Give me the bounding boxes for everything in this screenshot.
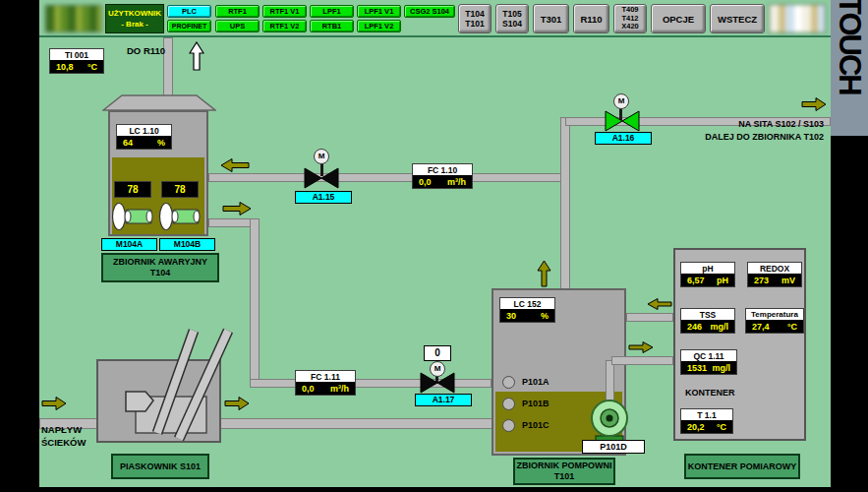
valve-label-a117[interactable]: A1.17 — [415, 394, 472, 406]
instrument-value: 6,57 — [687, 275, 705, 286]
mixer-a-speed-value: 78 — [114, 181, 151, 198]
flow-arrow-left-icon — [647, 298, 672, 310]
instrument-tag: TI 001 — [50, 49, 103, 61]
status-button-rtb1[interactable]: RTB1 — [310, 20, 354, 32]
instrument-ti001[interactable]: TI 001 10,8°C — [49, 48, 104, 74]
status-button-csg2[interactable]: CSG2 S104 — [404, 5, 455, 18]
instrument-tag: TSS — [681, 309, 734, 321]
pump-p101c-label: P101C — [522, 420, 550, 430]
instrument-value: 246 — [687, 321, 702, 333]
nav-button-opcje[interactable]: OPCJE — [651, 4, 706, 33]
pump-p101b-indicator[interactable] — [502, 398, 515, 410]
instrument-unit: m³/h — [330, 383, 349, 395]
instrument-unit: °C — [87, 61, 97, 73]
pump-p101d-icon[interactable] — [588, 392, 631, 445]
tank-t104-label: ZBIORNIK AWARYJNY T104 — [101, 253, 219, 282]
nav-button-t301[interactable]: T301 — [533, 4, 569, 33]
instrument-unit: pH — [717, 275, 728, 286]
valve-a117-setpoint[interactable]: 0 — [424, 345, 451, 361]
nav-button-t105-s104[interactable]: T105 S104 — [495, 4, 529, 33]
pump-p101a-indicator[interactable] — [502, 376, 515, 389]
nav-button-t409-t412-x420[interactable]: T409 T412 X420 — [613, 4, 647, 33]
instrument-tag: REDOX — [748, 263, 801, 275]
instrument-value: 64 — [123, 137, 133, 149]
status-button-profinet[interactable]: PROFINET — [167, 20, 211, 32]
status-button-ups[interactable]: UPS — [215, 20, 260, 32]
instrument-tag: FC 1.11 — [296, 371, 355, 383]
flow-arrow-left-icon — [220, 158, 250, 172]
pump-label-p101d[interactable]: P101D — [582, 440, 645, 454]
nav-button-t104-t101[interactable]: T104 T101 — [458, 4, 492, 33]
instrument-tss[interactable]: TSS 246mg/l — [680, 308, 735, 334]
instrument-value: 27,4 — [752, 321, 770, 333]
instrument-value: 10,8 — [56, 61, 74, 73]
tank-t104-roof — [102, 94, 216, 111]
logo-blurred-left — [45, 5, 102, 32]
motor-label-m104b[interactable]: M104B — [159, 238, 215, 251]
sand-trap-label: PIASKOWNIK S101 — [111, 454, 209, 479]
instrument-unit: °C — [787, 321, 797, 333]
status-button-rtf1v1[interactable]: RTF1 V1 — [262, 5, 307, 18]
instrument-unit: % — [157, 137, 165, 149]
instrument-unit: % — [541, 310, 549, 322]
instrument-tag: LC 1.10 — [117, 125, 171, 137]
pump-p101b-label: P101B — [522, 399, 550, 408]
user-panel-title: UŻYTKOWNIK — [108, 9, 161, 18]
status-button-lpf1[interactable]: LPF1 — [310, 5, 354, 18]
status-button-rtf1[interactable]: RTF1 — [215, 5, 260, 18]
valve-a117-icon[interactable] — [420, 371, 455, 395]
instrument-fc111[interactable]: FC 1.11 0,0m³/h — [295, 370, 356, 396]
instrument-redox[interactable]: REDOX 273mV — [747, 262, 802, 287]
instrument-unit: mg/l — [710, 321, 728, 333]
tank-t101-label: ZBIORNIK POMPOWNI T101 — [513, 458, 615, 485]
nav-button-r110[interactable]: R110 — [573, 4, 609, 33]
valve-a115-icon[interactable] — [304, 166, 339, 190]
instrument-tag: LC 152 — [500, 298, 554, 310]
user-panel[interactable]: UŻYTKOWNIK - Brak - — [105, 4, 164, 33]
valve-label-a115[interactable]: A1.15 — [295, 191, 352, 204]
instrument-value: 30 — [506, 310, 516, 322]
instrument-value: 1531 — [687, 362, 707, 374]
instrument-temperatura[interactable]: Temperatura 27,4°C — [745, 308, 804, 334]
mixer-m104a-icon[interactable] — [111, 202, 154, 231]
annotation-kontener: KONTENER — [685, 388, 735, 398]
motor-label-m104a[interactable]: M104A — [101, 238, 157, 251]
valve-motor-icon: M — [613, 93, 629, 109]
instrument-tag: QC 1.11 — [681, 350, 736, 362]
pipe-t104-drain-v — [250, 218, 260, 384]
pipe-t104-outlet — [208, 173, 562, 182]
pump-p101c-indicator[interactable] — [502, 419, 515, 432]
status-button-lpf1v2[interactable]: LPF1 V2 — [357, 20, 401, 32]
sand-trap-conveyors-icon — [94, 325, 234, 447]
instrument-value: 0,0 — [302, 383, 315, 395]
instrument-t11[interactable]: T 1.1 20,2°C — [680, 408, 733, 434]
measuring-container-label: KONTENER POMIAROWY — [684, 454, 800, 479]
mixer-b-speed-value: 78 — [161, 181, 199, 198]
flow-arrow-right-icon — [222, 202, 252, 215]
nav-button-wstecz[interactable]: WSTECZ — [710, 4, 765, 33]
annotation-na-sita: NA SITA S102 / S103 — [590, 119, 824, 129]
annotation-dalej: DALEJ DO ZBIORNIKA T102 — [590, 132, 824, 142]
status-button-plc[interactable]: PLC — [167, 5, 211, 18]
status-button-lpf1v1[interactable]: LPF1 V1 — [357, 5, 401, 18]
instrument-lc110[interactable]: LC 1.10 64% — [116, 124, 172, 150]
instrument-unit: mV — [781, 275, 795, 286]
touch-bezel: TOUCH — [831, 0, 868, 136]
mixer-m104b-icon[interactable] — [158, 202, 202, 231]
flow-arrow-up-icon — [537, 260, 551, 287]
instrument-unit: mg/l — [712, 362, 730, 374]
status-button-rtf1v2[interactable]: RTF1 V2 — [262, 20, 307, 32]
flow-arrow-right-icon — [801, 97, 827, 111]
instrument-value: 0,0 — [419, 176, 432, 188]
instrument-ph[interactable]: pH 6,57pH — [680, 262, 735, 287]
instrument-value: 20,2 — [687, 421, 705, 433]
header-divider — [39, 35, 831, 37]
annotation-do-r110: DO R110 — [127, 45, 165, 56]
instrument-tag: T 1.1 — [681, 409, 732, 421]
instrument-unit: °C — [717, 421, 726, 433]
flow-arrow-right-icon — [41, 397, 67, 410]
instrument-fc110[interactable]: FC 1.10 0,0m³/h — [412, 163, 473, 189]
flow-arrow-right-icon — [224, 397, 250, 410]
instrument-lc152[interactable]: LC 152 30% — [499, 297, 555, 323]
instrument-qc111[interactable]: QC 1.11 1531mg/l — [680, 349, 737, 375]
